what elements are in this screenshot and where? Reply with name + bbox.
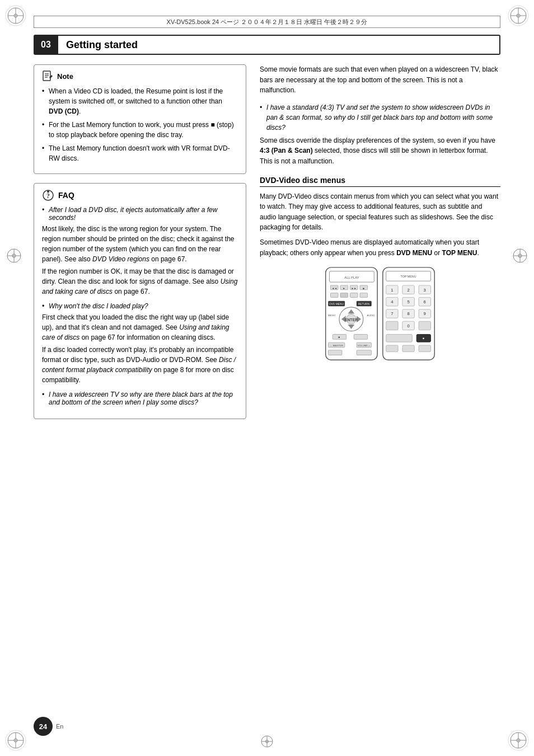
corner-reg-tr <box>507 4 530 27</box>
page-number-badge: 24 <box>34 717 53 736</box>
remote-control-svg: ALL PLAY ◄◄ ► ►► ■ <box>321 265 439 365</box>
faq-a-2b: If a disc loaded correctly won't play, i… <box>42 345 238 385</box>
faq-box: ? FAQ After I load a DVD disc, it ejects… <box>34 183 246 419</box>
note-box: Note When a Video CD is loaded, the Resu… <box>34 64 246 174</box>
svg-text:0: 0 <box>407 323 410 328</box>
svg-rect-102 <box>402 345 414 352</box>
svg-rect-71 <box>329 350 342 355</box>
dvd-section-para-2: Sometimes DVD-Video menus are displayed … <box>260 237 500 258</box>
note-item-2: For the Last Memory function to work, yo… <box>42 120 238 140</box>
faq-a-1b: If the region number is OK, it may be th… <box>42 266 238 297</box>
svg-marker-56 <box>348 309 355 314</box>
note-item-1: When a Video CD is loaded, the Resume po… <box>42 86 238 116</box>
side-reg-right <box>510 246 530 267</box>
svg-rect-48 <box>340 293 348 298</box>
svg-text:■: ■ <box>339 336 340 339</box>
bottom-center-reg <box>259 733 275 752</box>
svg-text:MENU: MENU <box>328 314 335 317</box>
dvd-section-title: DVD-Video disc menus <box>260 176 500 187</box>
page-footer: 24 En <box>34 717 63 736</box>
faq-q-3: I have a widescreen TV so why are there … <box>42 391 238 406</box>
svg-text:RETURN: RETURN <box>358 303 370 306</box>
faq-q-1: After I load a DVD disc, it ejects autom… <box>42 206 238 222</box>
faq-a-2a: First check that you loaded the disc the… <box>42 312 238 342</box>
faq-header: ? FAQ <box>42 189 238 201</box>
svg-rect-50 <box>360 293 368 298</box>
right-intro-text: Some movie formats are such that even wh… <box>260 64 500 96</box>
corner-reg-tl <box>4 4 27 27</box>
svg-text:►►: ►► <box>351 287 357 290</box>
note-list: When a Video CD is loaded, the Resume po… <box>42 86 238 163</box>
svg-text:■: ■ <box>363 287 364 290</box>
note-header: Note <box>42 71 238 82</box>
svg-text:— MASTER: — MASTER <box>330 344 343 347</box>
svg-rect-65 <box>354 335 367 340</box>
svg-rect-98 <box>386 335 413 342</box>
svg-text:7: 7 <box>391 312 393 317</box>
svg-text:4: 4 <box>391 299 394 304</box>
note-icon <box>42 71 53 82</box>
corner-reg-br <box>507 729 530 752</box>
faq-item-3: I have a widescreen TV so why are there … <box>42 391 238 406</box>
svg-text:3: 3 <box>424 288 426 293</box>
svg-text:◄◄: ◄◄ <box>331 287 337 290</box>
svg-rect-47 <box>330 293 338 298</box>
dvd-section-para-1: Many DVD-Video discs contain menus from … <box>260 191 500 233</box>
right-bullet-a-1: Some discs override the display preferen… <box>260 135 500 167</box>
right-bullet-1: I have a standard (4:3) TV and set the s… <box>260 102 500 167</box>
svg-text:9: 9 <box>424 312 426 317</box>
main-content: Note When a Video CD is loaded, the Resu… <box>34 64 500 711</box>
note-label: Note <box>57 72 73 81</box>
svg-text:8: 8 <box>407 312 409 317</box>
svg-rect-72 <box>357 350 371 355</box>
svg-text:5: 5 <box>407 299 409 304</box>
svg-text:TOP MENU: TOP MENU <box>401 275 416 278</box>
faq-icon: ? <box>42 189 54 201</box>
right-column: Some movie formats are such that even wh… <box>260 64 500 711</box>
faq-item-1: After I load a DVD disc, it ejects autom… <box>42 206 238 297</box>
chapter-title: Getting started <box>58 35 500 55</box>
right-bullet-q-1: I have a standard (4:3) TV and set the s… <box>260 102 500 133</box>
svg-text:?: ? <box>46 192 50 200</box>
svg-rect-49 <box>350 293 358 298</box>
svg-text:DVD MENU: DVD MENU <box>329 303 344 306</box>
svg-rect-103 <box>419 345 430 352</box>
chapter-number: 03 <box>34 35 58 55</box>
page-lang: En <box>56 723 63 730</box>
svg-text:■: ■ <box>423 337 424 340</box>
left-column: Note When a Video CD is loaded, the Resu… <box>34 64 246 711</box>
faq-a-1a: Most likely, the disc is the wrong regio… <box>42 224 238 264</box>
svg-text:ENTER: ENTER <box>345 318 358 322</box>
svg-text:6: 6 <box>424 299 426 304</box>
top-bar: XV-DV525.book 24 ページ ２００４年２月１８日 水曜日 午後２時… <box>34 16 500 28</box>
chapter-header: 03 Getting started <box>34 35 500 55</box>
faq-item-2: Why won't the disc I loaded play? First … <box>42 302 238 385</box>
svg-rect-97 <box>419 321 430 330</box>
side-reg-left <box>4 246 24 267</box>
svg-text:►: ► <box>343 287 345 290</box>
corner-reg-bl <box>4 729 27 752</box>
faq-q-2: Why won't the disc I loaded play? <box>42 302 238 310</box>
svg-text:2: 2 <box>407 288 409 293</box>
svg-rect-94 <box>386 321 398 330</box>
svg-marker-57 <box>348 325 355 329</box>
svg-text:VOLUME +: VOLUME + <box>358 344 371 347</box>
dvd-video-section: DVD-Video disc menus Many DVD-Video disc… <box>260 176 500 366</box>
svg-text:AUDIO: AUDIO <box>367 314 375 317</box>
svg-rect-101 <box>386 345 398 352</box>
note-item-3: The Last Memory function doesn't work wi… <box>42 143 238 163</box>
svg-text:1: 1 <box>391 288 393 293</box>
svg-point-35 <box>47 191 49 193</box>
japanese-header-text: XV-DV525.book 24 ページ ２００４年２月１８日 水曜日 午後２時… <box>167 18 368 26</box>
remote-control-image-area: ALL PLAY ◄◄ ► ►► ■ <box>260 265 500 365</box>
faq-label: FAQ <box>58 191 74 200</box>
svg-text:ALL PLAY: ALL PLAY <box>344 276 359 279</box>
